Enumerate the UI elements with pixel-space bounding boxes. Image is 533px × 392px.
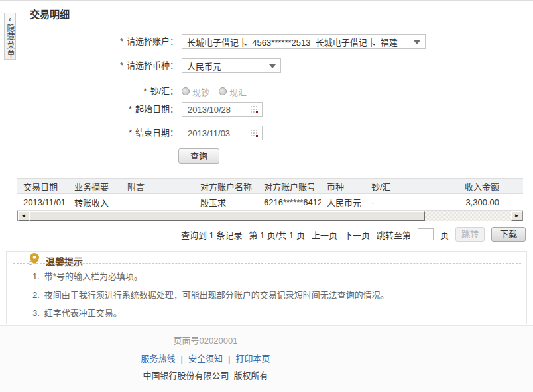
scrollbar-thumb[interactable] [29,211,425,220]
end-date-value: 2013/11/03 [188,128,230,138]
end-date-input[interactable]: 2013/11/03 [182,126,263,140]
tips-divider-node [29,261,32,265]
copyright-text: 中国银行股份有限公司 版权所有 [0,369,411,381]
link-separator: | [228,354,230,364]
start-date-row: *起始日期： 2013/10/28 [19,102,263,117]
chevron-down-icon [269,64,276,68]
currency-row: *请选择币种： 人民币元 [19,58,281,73]
download-button[interactable]: 下载 [491,227,526,242]
required-mark: * [129,128,132,138]
required-mark: * [143,86,147,96]
table-header-row: 交易日期 业务摘要 附言 对方账户名称 对方账户账号 币种 钞/汇 收入金额 [17,179,523,194]
cell-income-amount: 3,300.00 [432,194,523,211]
col-header-memo: 附言 [121,179,194,194]
page-number: 页面号02020001 [0,334,411,346]
col-header-date: 交易日期 [17,179,68,194]
horizontal-scrollbar[interactable]: ◄ ► [17,211,523,221]
required-mark: * [120,36,123,46]
tips-title: 温馨提示 [46,254,83,268]
col-header-currency: 币种 [321,179,365,194]
jump-page-input[interactable] [418,228,434,240]
currency-select-value: 人民币元 [187,60,221,72]
cell-currency: 人民币元 [321,194,365,211]
jump-button[interactable]: 跳转 [455,227,485,242]
calendar-icon[interactable] [250,105,259,117]
calendar-icon[interactable] [250,129,259,140]
cell-cash-type: - [365,194,432,211]
cell-memo [121,194,194,211]
currency-select[interactable]: 人民币元 [182,58,281,73]
tips-divider [13,263,521,264]
jump-label: 跳转至第 [377,228,411,241]
start-date-input[interactable]: 2013/10/28 [182,102,263,117]
transactions-table: 交易日期 业务摘要 附言 对方账户名称 对方账户账号 币种 钞/汇 收入金额 2… [17,178,523,211]
start-date-label: *起始日期： [19,102,178,117]
end-date-row: *结束日期： 2013/11/03 [19,126,263,140]
account-select[interactable]: 长城电子借记卡 4563******2513 长城电子借记卡 福建 [182,34,426,49]
start-date-value: 2013/10/28 [188,105,231,115]
footer-links: 服务热线|安全须知|打印本页 [0,352,411,364]
cell-counterparty-account: 6216******6412 [258,194,321,211]
cell-summary: 转账收入 [68,194,121,211]
tips-panel: 温馨提示 1.带*号的输入栏为必填项。 2.夜间由于我行须进行系统数据处理，可能… [6,251,527,324]
radio-cash-label: 现钞 [192,85,209,98]
required-mark: * [120,60,123,70]
col-header-income-amount: 收入金额 [432,179,523,194]
query-form-panel: *请选择账户： 长城电子借记卡 4563******2513 长城电子借记卡 福… [19,23,524,168]
hide-menu-label: 隐藏菜单 [5,24,15,58]
radio-remit-label: 现汇 [229,85,247,98]
security-notice-link[interactable]: 安全须知 [188,354,223,364]
jump-unit-label: 页 [440,228,449,241]
prev-page-link[interactable]: 上一页 [312,228,337,241]
table-row: 2013/11/01 转账收入 殷玉求 6216******6412 人民币元 … [17,194,523,211]
radio-icon [219,87,227,95]
hide-menu-tab[interactable]: ‹ 隐藏菜单 [4,13,16,60]
next-page-link[interactable]: 下一页 [344,228,370,241]
tip-item: 1.带*号的输入栏为必填项。 [32,270,143,282]
chevron-down-icon [414,40,420,44]
tip-item: 3.红字代表冲正交易。 [32,306,122,318]
required-mark: * [129,104,132,114]
account-select-value: 长城电子借记卡 4563******2513 长城电子借记卡 福建 [187,36,398,48]
account-label: *请选择账户： [19,34,178,49]
transaction-detail-page: { "sidebar": { "collapse_icon": "‹", "hi… [0,0,533,392]
radio-cash[interactable]: 现钞 [182,85,209,98]
collapse-chevron-icon: ‹ [9,15,11,24]
page-footer: 页面号02020001 服务热线|安全须知|打印本页 中国银行股份有限公司 版权… [0,325,533,392]
page-title: 交易明细 [30,7,70,21]
col-header-counterparty-account: 对方账户账号 [258,179,321,194]
print-page-link[interactable]: 打印本页 [235,354,270,364]
cell-date: 2013/11/01 [17,194,68,211]
records-summary: 查询到 1 条记录 [181,228,242,241]
query-button[interactable]: 查询 [178,148,219,164]
account-row: *请选择账户： 长城电子借记卡 4563******2513 长城电子借记卡 福… [19,34,426,49]
end-date-label: *结束日期： [19,126,178,140]
radio-icon [182,87,190,95]
cash-type-row: *钞/汇： 现钞 现汇 [19,84,256,99]
currency-label: *请选择币种： [19,58,178,73]
scroll-left-arrow-icon[interactable]: ◄ [18,211,29,220]
cell-counterparty-name: 殷玉求 [194,194,258,211]
page-info: 第 1 页/共 1 页 [249,228,305,241]
tip-item: 2.夜间由于我行须进行系统数据处理，可能出现部分账户的交易记录短时间无法查询的情… [32,288,389,301]
cash-type-label: *钞/汇： [19,84,178,99]
radio-remit[interactable]: 现汇 [219,85,247,98]
pagination-bar: 查询到 1 条记录 第 1 页/共 1 页 上一页 下一页 跳转至第 页 跳转 … [17,227,526,242]
service-hotline-link[interactable]: 服务热线 [141,354,176,364]
cash-type-radio-group: 现钞 现汇 [182,85,256,98]
scroll-right-arrow-icon[interactable]: ► [511,211,522,220]
col-header-summary: 业务摘要 [68,179,121,194]
col-header-counterparty-name: 对方账户名称 [194,179,258,194]
link-separator: | [181,354,183,364]
col-header-cash-type: 钞/汇 [365,179,432,194]
